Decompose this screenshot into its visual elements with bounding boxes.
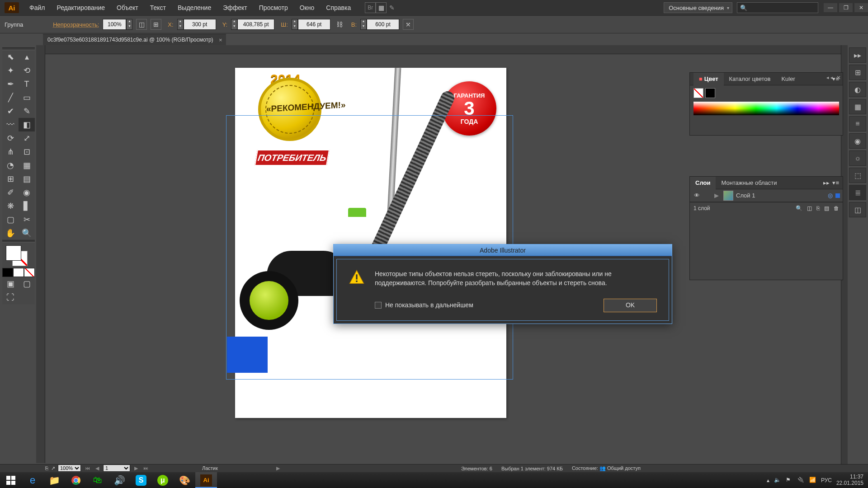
task-explorer[interactable]: 📁: [43, 472, 65, 488]
shape-builder-tool[interactable]: ◔: [2, 159, 19, 172]
tab-close-icon[interactable]: ×: [219, 37, 222, 43]
ok-button[interactable]: OK: [604, 299, 657, 312]
dock-artboards-icon[interactable]: ◫: [849, 202, 866, 217]
menu-file[interactable]: Файл: [24, 0, 51, 15]
dock-layers-icon[interactable]: ≣: [849, 185, 866, 200]
selection-indicator[interactable]: [835, 193, 840, 198]
ruler-horizontal[interactable]: [45, 45, 848, 54]
dock-brushes-icon[interactable]: ≡: [849, 116, 866, 131]
document-tab[interactable]: 0c3f9e0753e6031881891743d9581c9e.ai @ 10…: [43, 34, 226, 45]
dont-show-checkbox[interactable]: [375, 302, 382, 309]
menu-edit[interactable]: Редактирование: [51, 0, 111, 15]
delete-layer-icon[interactable]: 🗑: [834, 205, 839, 211]
tray-volume-icon[interactable]: 🔈: [774, 477, 781, 484]
panel-expand-icon[interactable]: ▸▸: [823, 179, 832, 186]
rectangle-tool[interactable]: ▭: [19, 91, 35, 104]
blend-tool[interactable]: ◉: [19, 186, 35, 199]
expand-triangle-icon[interactable]: ▶: [712, 192, 721, 199]
w-spinner[interactable]: ▲▼: [292, 19, 298, 30]
nav-last[interactable]: ⏭: [142, 465, 150, 471]
task-ie[interactable]: e: [22, 472, 43, 488]
graph-tool[interactable]: ▋: [19, 199, 35, 213]
slice-tool[interactable]: ✂: [19, 213, 35, 226]
direct-selection-tool[interactable]: ▴: [19, 50, 35, 64]
nav-prev[interactable]: ◀: [94, 465, 100, 471]
tray-expand-icon[interactable]: ▴: [767, 477, 769, 483]
task-skype[interactable]: S: [130, 472, 152, 488]
screen-mode-full[interactable]: ▢: [19, 277, 35, 291]
tray-power-icon[interactable]: 🔌: [797, 477, 805, 484]
hand-tool[interactable]: ✋: [2, 226, 19, 240]
change-screen-mode[interactable]: ⛶: [2, 291, 19, 304]
none-mode-icon[interactable]: [24, 268, 35, 277]
status-dropdown[interactable]: ▶: [275, 465, 281, 471]
nav-export-icon[interactable]: ↗: [51, 465, 55, 471]
scale-tool[interactable]: ⤢: [19, 131, 35, 145]
fill-stroke-control[interactable]: [2, 243, 35, 268]
bridge-icon[interactable]: Br: [365, 2, 376, 13]
artboard-tool[interactable]: ▢: [2, 213, 19, 226]
task-illustrator[interactable]: Ai: [195, 472, 217, 488]
tray-clock[interactable]: 11:3722.01.2015: [836, 474, 863, 486]
start-button[interactable]: [0, 472, 22, 488]
rotate-tool[interactable]: ⟳: [2, 131, 19, 145]
gradient-tool[interactable]: ▤: [19, 172, 35, 186]
color-spectrum[interactable]: [693, 102, 839, 115]
task-sound[interactable]: 🔊: [108, 472, 130, 488]
zoom-tool[interactable]: 🔍: [19, 226, 35, 240]
visibility-icon[interactable]: 👁: [690, 192, 703, 199]
color-tab[interactable]: ■Цвет: [693, 73, 724, 85]
blob-brush-tool[interactable]: 〰: [2, 118, 19, 131]
line-tool[interactable]: ╱: [2, 91, 19, 104]
selection-tool[interactable]: ⬉: [2, 50, 19, 64]
x-input[interactable]: [184, 19, 216, 30]
selected-object[interactable]: [227, 337, 268, 373]
lasso-tool[interactable]: ⟲: [19, 64, 35, 77]
dock-swatches-icon[interactable]: ▦: [849, 99, 866, 114]
free-transform-tool[interactable]: ⊡: [19, 145, 35, 159]
eraser-tool[interactable]: ◧: [19, 118, 35, 131]
layer-row[interactable]: 👁 ▶ Слой 1 ◎: [690, 189, 843, 202]
nav-share-icon[interactable]: ⎘: [45, 465, 48, 471]
type-tool[interactable]: T: [19, 77, 35, 91]
arrange-docs-icon[interactable]: ▦: [376, 2, 387, 13]
symbol-sprayer-tool[interactable]: ❋: [2, 199, 19, 213]
task-store[interactable]: 🛍: [87, 472, 108, 488]
pencil-tool[interactable]: ✎: [19, 104, 35, 118]
style-icon[interactable]: ◫: [136, 19, 147, 30]
menu-view[interactable]: Просмотр: [253, 0, 294, 15]
opacity-dropdown[interactable]: ▲▼: [126, 19, 132, 30]
width-tool[interactable]: ⋔: [2, 145, 19, 159]
tray-language[interactable]: РУС: [821, 477, 832, 483]
locate-icon[interactable]: 🔍: [796, 205, 802, 211]
transform-icon[interactable]: ⤧: [403, 19, 414, 30]
target-icon[interactable]: ◎: [828, 192, 835, 199]
gpu-icon[interactable]: ✎: [387, 2, 397, 13]
h-input[interactable]: [367, 19, 399, 30]
tray-flag-icon[interactable]: ⚑: [786, 477, 793, 484]
w-input[interactable]: [298, 19, 330, 30]
panel-close-icon[interactable]: ✕: [836, 75, 841, 81]
align-icon[interactable]: ⊞: [151, 19, 161, 30]
dock-symbols-icon[interactable]: ◉: [849, 133, 866, 149]
gradient-mode-icon[interactable]: [13, 268, 24, 277]
eyedropper-tool[interactable]: ✐: [2, 186, 19, 199]
color-guide-tab[interactable]: Каталог цветов: [724, 73, 776, 85]
dock-libraries-icon[interactable]: ◐: [849, 82, 866, 97]
link-wh-icon[interactable]: ⛓: [334, 19, 345, 30]
opacity-label[interactable]: Непрозрачность:: [53, 21, 99, 28]
workspace-switcher[interactable]: Основные сведения: [664, 2, 732, 13]
screen-mode-normal[interactable]: ▣: [2, 277, 19, 291]
dock-properties-icon[interactable]: ⊞: [849, 65, 866, 80]
layer-name[interactable]: Слой 1: [736, 192, 755, 199]
opacity-input[interactable]: [103, 19, 126, 30]
menu-help[interactable]: Справка: [320, 0, 357, 15]
fill-swatch[interactable]: [693, 88, 703, 98]
task-utorrent[interactable]: μ: [152, 472, 174, 488]
stroke-swatch[interactable]: [705, 88, 715, 98]
clip-mask-icon[interactable]: ◫: [807, 205, 812, 211]
search-input[interactable]: 🔍: [737, 2, 818, 13]
task-chrome[interactable]: [65, 472, 87, 488]
perspective-tool[interactable]: ▦: [19, 159, 35, 172]
new-sublayer-icon[interactable]: ⎘: [816, 205, 820, 211]
